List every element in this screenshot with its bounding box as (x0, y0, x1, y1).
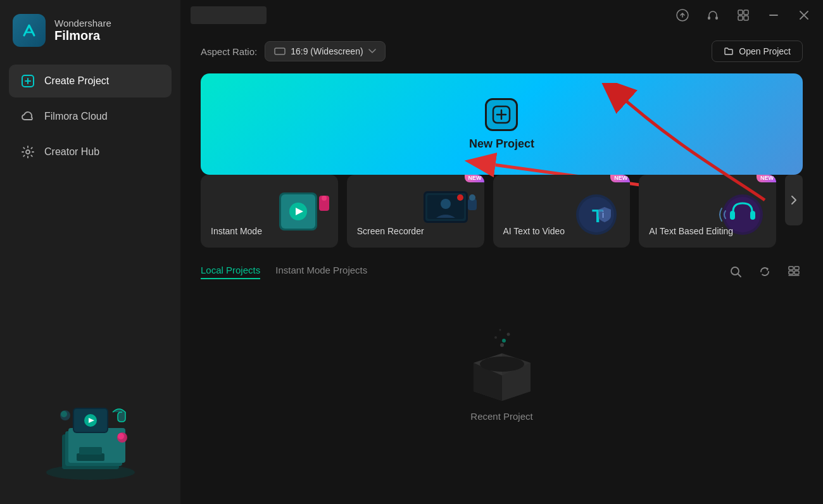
svg-rect-17 (79, 447, 102, 455)
sidebar-item-filmora-cloud[interactable]: Filmora Cloud (9, 100, 172, 133)
aspect-ratio-select[interactable]: 16:9 (Widescreen) (265, 41, 385, 61)
aspect-ratio-row: Aspect Ratio: 16:9 (Widescreen) Open Pro… (201, 41, 803, 62)
app-name-line1: Wondershare (54, 18, 111, 28)
feature-card-ai-text-editing[interactable]: NEW AI Text Based Editing (639, 175, 776, 248)
svg-point-66 (506, 333, 510, 336)
svg-rect-58 (789, 267, 793, 270)
app-name-line2: Filmora (54, 28, 111, 43)
aspect-ratio-value: 16:9 (Widescreen) (291, 46, 363, 56)
svg-point-15 (118, 433, 124, 439)
svg-rect-55 (750, 211, 755, 220)
svg-rect-23 (738, 16, 743, 20)
feature-card-image-ai-video: T i (555, 175, 630, 248)
app-logo: Wondershare Filmora (0, 0, 180, 65)
sidebar-item-creator-hub[interactable]: Creator Hub (9, 135, 172, 168)
feature-card-image-instant (263, 175, 338, 248)
upload-button[interactable] (674, 6, 691, 24)
svg-point-67 (499, 329, 501, 331)
svg-point-63 (480, 356, 524, 372)
feature-card-label-ai-editing: AI Text Based Editing (649, 226, 766, 236)
sidebar-item-label-filmora-cloud: Filmora Cloud (44, 111, 108, 122)
tab-instant-mode-projects[interactable]: Instant Mode Projects (275, 265, 367, 279)
tabs-list: Local Projects Instant Mode Projects (201, 265, 367, 279)
svg-rect-22 (744, 10, 748, 15)
svg-point-45 (441, 199, 451, 209)
chevron-right-icon (791, 195, 797, 205)
svg-point-3 (26, 150, 30, 154)
svg-rect-28 (275, 48, 285, 54)
view-toggle-button[interactable] (785, 263, 803, 280)
feature-card-image-ai-editing (701, 175, 776, 248)
sidebar-item-label-create-project: Create Project (44, 75, 109, 87)
empty-state-label: Recent Project (470, 411, 532, 422)
svg-rect-20 (715, 16, 718, 20)
sidebar: Wondershare Filmora Create Project Filmo… (0, 0, 180, 504)
aspect-ratio-icon (274, 47, 286, 55)
minimize-button[interactable] (765, 6, 782, 24)
plus-icon (492, 105, 511, 124)
refresh-button[interactable] (756, 263, 774, 280)
window-controls (674, 6, 813, 24)
search-icon (730, 266, 741, 277)
grid-button[interactable] (734, 6, 752, 24)
folder-icon (724, 46, 734, 56)
refresh-icon (759, 266, 770, 277)
feature-cards-row: Instant Mode NEW Screen Recorder (201, 175, 803, 248)
feature-card-label-instant: Instant Mode (211, 226, 328, 236)
create-project-icon (20, 73, 35, 89)
creator-hub-icon (20, 144, 35, 160)
headset-button[interactable] (704, 6, 722, 24)
svg-point-13 (61, 411, 67, 417)
main-content: Aspect Ratio: 16:9 (Widescreen) Open Pro… (180, 0, 823, 504)
tab-local-projects[interactable]: Local Projects (201, 265, 260, 279)
scroll-right-button[interactable] (785, 175, 803, 225)
empty-box-illustration (455, 318, 550, 401)
new-project-banner[interactable]: New Project (201, 73, 803, 175)
svg-rect-54 (730, 211, 735, 220)
svg-text:i: i (602, 210, 604, 220)
svg-point-44 (457, 194, 463, 201)
tabs-actions (727, 263, 803, 280)
aspect-ratio-label: Aspect Ratio: (201, 46, 257, 57)
empty-state: Recent Project (201, 293, 803, 447)
svg-point-56 (731, 267, 739, 275)
svg-rect-60 (789, 271, 793, 274)
feature-card-ai-text-video[interactable]: NEW AI Text to Video T i (493, 175, 631, 248)
title-bar (180, 0, 823, 30)
illustration-svg (27, 365, 154, 491)
search-bar[interactable] (191, 6, 267, 24)
grid-view-icon (788, 266, 800, 277)
tabs-row: Local Projects Instant Mode Projects (201, 263, 803, 280)
feature-card-screen-recorder[interactable]: NEW Screen Recorder (347, 175, 484, 248)
banner-container: New Project (201, 73, 803, 175)
svg-rect-19 (708, 16, 710, 20)
feature-card-label-screen: Screen Recorder (357, 226, 474, 236)
svg-rect-61 (795, 271, 799, 274)
filmora-cloud-icon (20, 109, 35, 124)
content-area: Aspect Ratio: 16:9 (Widescreen) Open Pro… (180, 30, 823, 504)
close-button[interactable] (795, 6, 813, 24)
svg-rect-21 (738, 10, 743, 15)
chevron-down-icon (368, 49, 376, 54)
open-project-label: Open Project (739, 46, 791, 56)
logo-icon (13, 14, 46, 47)
new-project-label: New Project (469, 137, 534, 151)
svg-point-40 (322, 196, 327, 201)
open-project-button[interactable]: Open Project (712, 41, 803, 62)
feature-card-instant-mode[interactable]: Instant Mode (201, 175, 338, 248)
feature-card-image-screen (408, 175, 484, 248)
svg-rect-59 (795, 267, 799, 270)
new-project-icon (485, 98, 518, 131)
feature-card-label-ai-video: AI Text to Video (503, 226, 620, 236)
svg-point-65 (494, 336, 497, 339)
app-name: Wondershare Filmora (54, 18, 111, 43)
sidebar-item-create-project[interactable]: Create Project (9, 65, 172, 98)
svg-rect-24 (744, 16, 748, 20)
svg-point-64 (500, 343, 504, 347)
sidebar-illustration (0, 352, 180, 504)
svg-line-57 (738, 274, 741, 277)
svg-point-47 (469, 194, 475, 201)
new-project-content: New Project (469, 98, 534, 151)
sidebar-item-label-creator-hub: Creator Hub (44, 146, 99, 158)
search-projects-button[interactable] (727, 263, 744, 280)
